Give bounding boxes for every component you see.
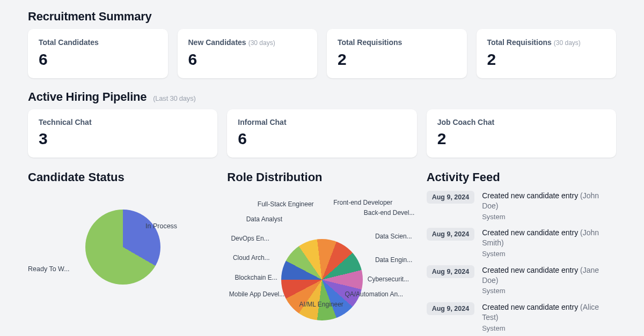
card-label: Total Requisitions [487,38,552,47]
card-label: Total Candidates [39,38,99,47]
activity-text: Created new candidate entry [482,266,580,274]
summary-card[interactable]: Total Requisitions(30 days) 2 [477,29,617,78]
date-badge: Aug 9, 2024 [427,191,474,204]
date-badge: Aug 9, 2024 [427,228,474,241]
pie-slice-label: Cybersecurit... [368,275,409,283]
pie-icon [85,210,160,285]
activity-body: Created new candidate entry (Alice Test)… [482,302,616,333]
pipeline-title: Active Hiring Pipeline [28,90,147,103]
pie-slice-label: Data Scien... [375,233,412,240]
summary-card[interactable]: Total Candidates 6 [28,29,168,78]
card-value: 2 [338,50,456,69]
date-badge: Aug 9, 2024 [427,265,474,278]
date-badge: Aug 9, 2024 [427,302,474,315]
summary-cards: Total Candidates 6 New Candidates(30 day… [28,29,616,78]
card-value: 6 [188,50,307,69]
pie-slice-label: AI/ML Engineer [299,301,343,308]
roles-heading: Role Distribution [227,170,416,184]
pie-slice-label: Cloud Arch... [233,254,270,262]
card-label: Total Requisitions [338,38,402,47]
lower-panels: Candidate Status In Process Ready To W..… [28,170,616,336]
activity-body: Created new candidate entry (Jane Doe)Sy… [482,265,616,296]
activity-item[interactable]: Aug 9, 2024Created new candidate entry (… [427,191,616,221]
candidate-status-panel: Candidate Status In Process Ready To W..… [28,170,217,336]
card-value: 3 [39,130,207,148]
activity-text: Created new candidate entry [482,228,580,237]
activity-actor: System [482,212,616,222]
activity-actor: System [482,249,616,259]
pie-slice-label: Full-Stack Engineer [258,200,314,208]
activity-body: Created new candidate entry (John Doe)Sy… [482,191,616,221]
pie-slice-label: Blockchain E... [235,274,277,281]
summary-card[interactable]: New Candidates(30 days) 6 [178,29,318,78]
role-pie-chart: Front-end Developer Back-end Devel... Da… [227,191,416,314]
pie-slice-label: In Process [145,222,177,230]
pipeline-card[interactable]: Job Coach Chat 2 [427,109,616,158]
card-sublabel: (30 days) [248,39,275,47]
pipeline-sublabel: (Last 30 days) [153,94,195,102]
pipeline-heading: Active Hiring Pipeline (Last 30 days) [28,90,616,104]
card-label: Technical Chat [39,118,207,126]
pipeline-card[interactable]: Technical Chat 3 [28,109,217,158]
card-value: 2 [437,130,605,148]
activity-text: Created new candidate entry [482,191,580,200]
activity-feed-panel: Activity Feed Aug 9, 2024Created new can… [427,170,616,336]
pipeline-cards: Technical Chat 3 Informal Chat 6 Job Coa… [28,109,616,158]
activity-body: Created new candidate entry (John Smith)… [482,228,616,258]
card-label: New Candidates [188,38,246,47]
activity-feed: Aug 9, 2024Created new candidate entry (… [427,191,616,336]
activity-text: Created new candidate entry [482,303,580,311]
activity-item[interactable]: Aug 9, 2024Created new candidate entry (… [427,228,616,258]
activity-actor: System [482,286,616,296]
pie-slice-label: Back-end Devel... [364,209,415,216]
pie-slice-label: Front-end Developer [333,199,392,206]
summary-card[interactable]: Total Requisitions 2 [327,29,467,78]
role-distribution-panel: Role Distribution Front-end Developer Ba… [227,170,416,336]
pie-slice-label: Data Analyst [246,215,282,223]
pie-icon [281,239,363,320]
pie-slice-label: DevOps En... [231,235,269,242]
pie-slice-label: Mobile App Devel... [229,290,284,298]
activity-actor: System [482,324,616,333]
pie-slice-label: QA/Automation An... [345,290,403,298]
dashboard: Recruitment Summary Total Candidates 6 N… [0,0,644,336]
card-value: 6 [238,130,406,148]
card-label: Informal Chat [238,118,406,126]
card-value: 2 [487,50,606,69]
activity-item[interactable]: Aug 9, 2024Created new candidate entry (… [427,302,616,333]
status-pie-chart: In Process Ready To W... [28,191,217,303]
status-heading: Candidate Status [28,170,217,184]
card-label: Job Coach Chat [437,118,605,126]
card-value: 6 [39,50,157,69]
pie-slice-label: Data Engin... [375,256,412,264]
summary-heading: Recruitment Summary [28,10,616,24]
activity-heading: Activity Feed [427,170,616,184]
card-sublabel: (30 days) [554,39,581,47]
activity-item[interactable]: Aug 9, 2024Created new candidate entry (… [427,265,616,296]
pie-slice-label: Ready To W... [28,265,70,273]
pipeline-card[interactable]: Informal Chat 6 [227,109,416,158]
